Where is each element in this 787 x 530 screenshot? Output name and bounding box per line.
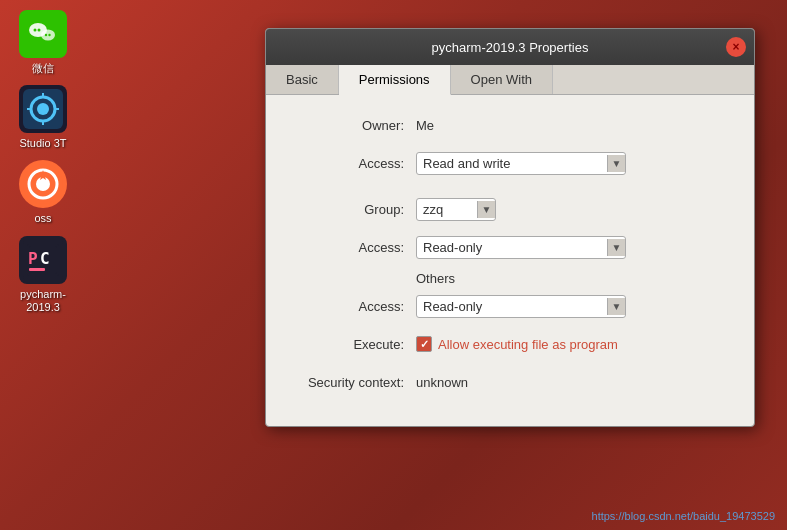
pycharm-app-icon[interactable]: P C pycharm-2019.3 bbox=[8, 236, 78, 314]
dialog-content: Owner: Me Access: Read and write ▼ Group… bbox=[266, 95, 754, 426]
group-row: Group: zzq ▼ bbox=[286, 195, 734, 223]
pycharm-svg: P C bbox=[23, 240, 63, 280]
execute-label: Execute: bbox=[286, 337, 416, 352]
others-access-value: Read-only bbox=[423, 299, 601, 314]
wechat-label: 微信 bbox=[32, 62, 54, 75]
tabs-bar: Basic Permissions Open With bbox=[266, 65, 754, 95]
security-row: Security context: unknown bbox=[286, 368, 734, 396]
wechat-svg bbox=[25, 16, 61, 52]
tab-openwith[interactable]: Open With bbox=[451, 65, 553, 94]
security-label: Security context: bbox=[286, 375, 416, 390]
owner-label: Owner: bbox=[286, 118, 416, 133]
others-access-arrow: ▼ bbox=[607, 298, 625, 315]
oss-label: oss bbox=[34, 212, 51, 225]
svg-rect-22 bbox=[29, 268, 45, 271]
pycharm-label: pycharm-2019.3 bbox=[8, 288, 78, 314]
studio3t-app-icon[interactable]: Studio 3T bbox=[8, 85, 78, 150]
group-access-arrow: ▼ bbox=[607, 239, 625, 256]
properties-dialog: pycharm-2019.3 Properties × Basic Permis… bbox=[265, 28, 755, 427]
studio3t-label: Studio 3T bbox=[19, 137, 66, 150]
owner-row: Owner: Me bbox=[286, 111, 734, 139]
owner-access-row: Access: Read and write ▼ bbox=[286, 149, 734, 177]
svg-text:C: C bbox=[40, 249, 50, 268]
svg-text:P: P bbox=[28, 249, 38, 268]
tab-permissions[interactable]: Permissions bbox=[339, 65, 451, 95]
execute-row: Execute: ✓ Allow executing file as progr… bbox=[286, 330, 734, 358]
dialog-title: pycharm-2019.3 Properties bbox=[432, 40, 589, 55]
others-header: Others bbox=[416, 271, 734, 286]
group-access-row: Access: Read-only ▼ bbox=[286, 233, 734, 261]
execute-checkbox-row: ✓ Allow executing file as program bbox=[416, 336, 618, 352]
svg-point-4 bbox=[45, 34, 47, 36]
svg-point-1 bbox=[34, 29, 37, 32]
group-dropdown[interactable]: zzq ▼ bbox=[416, 198, 496, 221]
studio3t-svg bbox=[23, 89, 63, 129]
others-access-label: Access: bbox=[286, 299, 416, 314]
execute-checkbox[interactable]: ✓ bbox=[416, 336, 432, 352]
title-bar: pycharm-2019.3 Properties × bbox=[266, 29, 754, 65]
owner-access-arrow: ▼ bbox=[607, 155, 625, 172]
group-access-label: Access: bbox=[286, 240, 416, 255]
owner-access-label: Access: bbox=[286, 156, 416, 171]
pycharm-icon-img: P C bbox=[19, 236, 67, 284]
others-access-dropdown[interactable]: Read-only ▼ bbox=[416, 295, 626, 318]
close-button[interactable]: × bbox=[726, 37, 746, 57]
group-access-value: Read-only bbox=[423, 240, 601, 255]
owner-access-value: Read and write bbox=[423, 156, 601, 171]
oss-svg bbox=[23, 164, 63, 204]
owner-value: Me bbox=[416, 118, 434, 133]
security-value: unknown bbox=[416, 375, 468, 390]
oss-app-icon[interactable]: oss bbox=[8, 160, 78, 225]
studio3t-icon-img bbox=[19, 85, 67, 133]
wechat-icon-img bbox=[19, 10, 67, 58]
owner-access-dropdown[interactable]: Read and write ▼ bbox=[416, 152, 626, 175]
oss-icon-img bbox=[19, 160, 67, 208]
svg-point-3 bbox=[41, 30, 55, 41]
group-label: Group: bbox=[286, 202, 416, 217]
others-access-row: Access: Read-only ▼ bbox=[286, 292, 734, 320]
wechat-app-icon[interactable]: 微信 bbox=[8, 10, 78, 75]
svg-point-5 bbox=[48, 34, 50, 36]
footer-url[interactable]: https://blog.csdn.net/baidu_19473529 bbox=[592, 510, 775, 522]
svg-point-2 bbox=[38, 29, 41, 32]
group-value: zzq bbox=[423, 202, 471, 217]
checkbox-check-icon: ✓ bbox=[420, 338, 429, 351]
execute-checkbox-label: Allow executing file as program bbox=[438, 337, 618, 352]
group-access-dropdown[interactable]: Read-only ▼ bbox=[416, 236, 626, 259]
group-arrow: ▼ bbox=[477, 201, 495, 218]
svg-point-15 bbox=[36, 177, 50, 191]
svg-point-8 bbox=[37, 103, 49, 115]
tab-basic[interactable]: Basic bbox=[266, 65, 339, 94]
desktop: 微信 Studio 3T bbox=[0, 0, 787, 530]
desktop-icons: 微信 Studio 3T bbox=[0, 0, 86, 324]
